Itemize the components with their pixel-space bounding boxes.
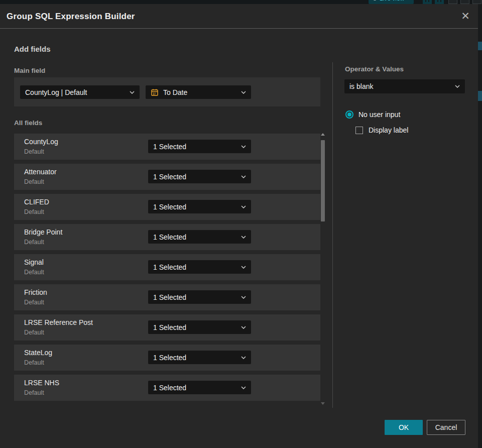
field-row-friction: Friction Default 1 Selected [14, 284, 320, 310]
display-label-checkbox[interactable]: Display label [355, 126, 408, 134]
field-selected-dropdown[interactable]: 1 Selected [148, 381, 251, 394]
field-row-statelog: StateLog Default 1 Selected [14, 345, 320, 371]
side-strip-segment [478, 42, 482, 50]
selected-count: 1 Selected [153, 143, 238, 151]
field-row-lrse-reference-post: LRSE Reference Post Default 1 Selected [14, 314, 320, 341]
cancel-button[interactable]: Cancel [427, 420, 465, 435]
main-field-type-select[interactable]: To Date [146, 85, 251, 99]
field-row-signal: Signal Default 1 Selected [14, 254, 320, 280]
chevron-down-icon [241, 145, 246, 148]
main-field-label: Main field [14, 67, 45, 74]
chevron-down-icon [241, 386, 246, 389]
dialog-title: Group SQL Expression Builder [7, 4, 135, 29]
live-dot-icon [373, 0, 377, 1]
radio-selected-icon[interactable] [345, 110, 353, 119]
field-name: CountyLog [24, 138, 58, 146]
no-user-input-radio[interactable]: No user input [345, 110, 400, 119]
field-subtitle: Default [24, 178, 44, 185]
field-selected-dropdown[interactable]: 1 Selected [148, 290, 251, 304]
field-row-clifed: CLIFED Default 1 Selected [14, 194, 320, 220]
panel-divider [332, 62, 333, 408]
main-field-select[interactable]: CountyLog | Default [20, 85, 140, 99]
all-fields-list: CountyLog Default 1 Selected Attenuator … [14, 134, 320, 405]
selected-count: 1 Selected [153, 263, 238, 271]
selected-count: 1 Selected [153, 354, 238, 362]
group-sql-expression-builder-dialog: Group SQL Expression Builder ✕ Add field… [0, 4, 478, 448]
field-name: Friction [24, 288, 47, 296]
main-field-container: CountyLog | Default To Date [14, 77, 320, 106]
field-selected-dropdown[interactable]: 1 Selected [148, 351, 251, 364]
main-field-type-value: To Date [163, 88, 238, 96]
field-subtitle: Default [24, 148, 44, 155]
operator-values-heading: Operator & Values [345, 65, 404, 73]
operator-select[interactable]: is blank [344, 79, 465, 93]
scrollbar-up-arrow-icon[interactable] [321, 133, 325, 136]
live-view-button[interactable]: Live view [369, 0, 414, 4]
calendar-icon [151, 88, 159, 96]
toolbar-icon-button[interactable] [435, 0, 444, 4]
live-view-label: Live view [380, 0, 404, 2]
toolbar-icon-button[interactable] [460, 0, 469, 4]
checkbox-unchecked-icon[interactable] [355, 127, 363, 134]
toolbar-icon-button[interactable] [423, 0, 432, 4]
field-name: LRSE Reference Post [24, 318, 93, 326]
field-selected-dropdown[interactable]: 1 Selected [148, 200, 251, 213]
field-subtitle: Default [24, 389, 44, 396]
background-side-strip [478, 4, 482, 448]
field-name: Bridge Point [24, 228, 62, 236]
ok-button[interactable]: OK [385, 420, 423, 435]
field-row-bridge-point: Bridge Point Default 1 Selected [14, 224, 320, 250]
field-name: Attenuator [24, 168, 57, 176]
field-name: LRSE NHS [24, 379, 59, 387]
operator-select-value: is blank [349, 82, 452, 90]
side-strip-segment [478, 91, 482, 101]
chevron-down-icon [241, 296, 246, 299]
selected-count: 1 Selected [153, 323, 238, 331]
chevron-down-icon [241, 91, 246, 94]
selected-count: 1 Selected [153, 203, 238, 211]
list-scrollbar[interactable] [320, 132, 326, 406]
chevron-down-icon [241, 236, 246, 239]
selected-count: 1 Selected [153, 384, 238, 392]
close-icon[interactable]: ✕ [460, 11, 471, 22]
field-row-attenuator: Attenuator Default 1 Selected [14, 164, 320, 190]
field-subtitle: Default [24, 208, 44, 215]
field-subtitle: Default [24, 359, 44, 366]
add-fields-heading: Add fields [14, 45, 51, 53]
chevron-down-icon [241, 175, 246, 178]
main-field-select-value: CountyLog | Default [25, 88, 127, 96]
chevron-down-icon [241, 326, 246, 329]
scrollbar-thumb[interactable] [321, 140, 325, 221]
chevron-down-icon [130, 91, 135, 94]
all-fields-label: All fields [14, 119, 42, 127]
field-selected-dropdown[interactable]: 1 Selected [148, 230, 251, 244]
field-subtitle: Default [24, 299, 44, 306]
chevron-down-icon [241, 356, 246, 359]
selected-count: 1 Selected [153, 293, 238, 301]
field-selected-dropdown[interactable]: 1 Selected [148, 170, 251, 183]
background-toolbar: Live view [0, 0, 482, 4]
field-row-countylog: CountyLog Default 1 Selected [14, 134, 320, 160]
toolbar-icon-button[interactable] [448, 0, 457, 4]
chevron-down-icon [241, 266, 246, 269]
field-selected-dropdown[interactable]: 1 Selected [148, 320, 251, 334]
field-row-lrse-nhs: LRSE NHS Default 1 Selected [14, 375, 320, 401]
field-name: Signal [24, 258, 44, 266]
selected-count: 1 Selected [153, 173, 238, 181]
toolbar-icon-button[interactable] [472, 0, 481, 4]
chevron-down-icon [241, 205, 246, 208]
radio-label: No user input [358, 110, 400, 119]
dialog-header: Group SQL Expression Builder ✕ [0, 4, 478, 29]
field-subtitle: Default [24, 239, 44, 246]
scrollbar-down-arrow-icon[interactable] [321, 402, 325, 405]
field-selected-dropdown[interactable]: 1 Selected [148, 260, 251, 274]
chevron-down-icon [455, 85, 460, 88]
selected-count: 1 Selected [153, 233, 238, 241]
field-name: StateLog [24, 349, 52, 357]
field-subtitle: Default [24, 269, 44, 276]
field-subtitle: Default [24, 329, 44, 336]
field-name: CLIFED [24, 198, 49, 206]
field-selected-dropdown[interactable]: 1 Selected [148, 140, 251, 153]
checkbox-label: Display label [369, 126, 408, 134]
